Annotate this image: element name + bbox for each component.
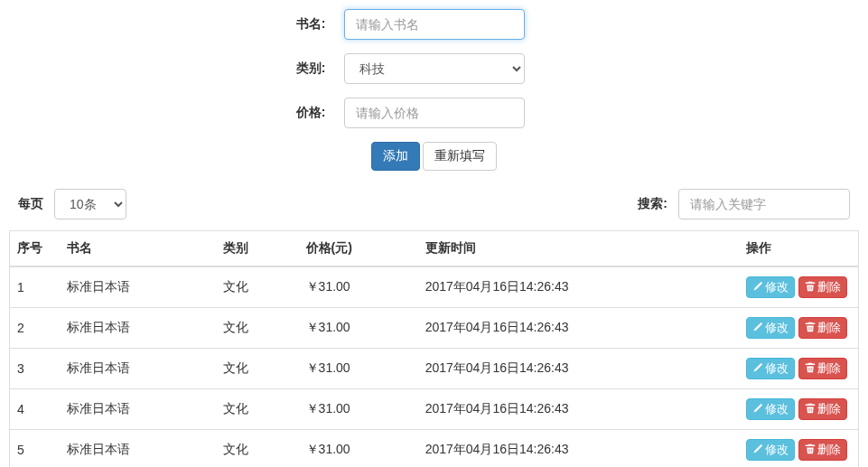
pencil-icon [752,322,763,332]
cell-price: ￥31.00 [299,430,418,468]
cell-updated: 2017年04月16日14:26:43 [418,389,740,430]
book-name-input[interactable] [344,9,525,40]
table-row: 5标准日本语文化￥31.002017年04月16日14:26:43修改删除 [10,430,859,468]
th-updated: 更新时间 [418,231,740,267]
trash-icon [805,281,816,292]
delete-label: 删除 [817,361,841,375]
th-seq: 序号 [10,231,61,267]
trash-icon [805,444,816,454]
price-label: 价格: [163,105,344,121]
cell-seq: 2 [10,308,61,349]
reset-button[interactable]: 重新填写 [423,142,497,171]
delete-button[interactable]: 删除 [798,317,847,339]
delete-button[interactable]: 删除 [798,358,847,379]
table-row: 2标准日本语文化￥31.002017年04月16日14:26:43修改删除 [10,308,859,349]
cell-category: 文化 [216,308,298,349]
trash-icon [805,403,816,414]
cell-updated: 2017年04月16日14:26:43 [418,266,740,308]
trash-icon [805,322,816,332]
cell-category: 文化 [216,266,298,308]
cell-category: 文化 [216,349,298,389]
pencil-icon [752,281,763,292]
table-row: 1标准日本语文化￥31.002017年04月16日14:26:43修改删除 [10,266,859,308]
pencil-icon [752,444,763,454]
delete-button[interactable]: 删除 [798,398,847,420]
books-table: 序号 书名 类别 价格(元) 更新时间 操作 1标准日本语文化￥31.00201… [9,230,859,467]
cell-seq: 5 [10,430,61,468]
cell-price: ￥31.00 [299,389,418,430]
per-page-label: 每页 [18,196,43,212]
delete-label: 删除 [817,321,841,334]
edit-button[interactable]: 修改 [746,358,795,379]
table-toolbar: 每页 10条 搜索: [9,189,859,219]
category-select[interactable]: 科技 [344,53,525,84]
cell-seq: 4 [10,389,61,430]
th-ops: 操作 [739,231,858,267]
pencil-icon [752,403,763,414]
cell-price: ￥31.00 [299,349,418,389]
add-book-form: 书名: 类别: 科技 价格: 添加 重新填写 [163,9,705,171]
cell-price: ￥31.00 [299,308,418,349]
edit-button[interactable]: 修改 [746,398,795,420]
delete-button[interactable]: 删除 [798,276,847,298]
cell-updated: 2017年04月16日14:26:43 [418,430,740,468]
cell-name: 标准日本语 [60,308,216,349]
cell-category: 文化 [216,389,298,430]
name-label: 书名: [163,16,344,33]
th-price: 价格(元) [299,231,418,267]
cell-ops: 修改删除 [739,430,858,468]
delete-label: 删除 [817,443,841,456]
cell-name: 标准日本语 [60,389,216,430]
cell-price: ￥31.00 [299,266,418,308]
table-row: 4标准日本语文化￥31.002017年04月16日14:26:43修改删除 [10,389,859,430]
th-name: 书名 [60,231,216,267]
cell-seq: 1 [10,266,61,308]
search-label: 搜索: [638,196,667,212]
cell-category: 文化 [216,430,298,468]
category-label: 类别: [163,61,344,77]
cell-updated: 2017年04月16日14:26:43 [418,308,740,349]
edit-label: 修改 [765,443,789,456]
edit-button[interactable]: 修改 [746,276,795,298]
cell-name: 标准日本语 [60,430,216,468]
cell-ops: 修改删除 [739,389,858,430]
edit-label: 修改 [765,321,789,334]
edit-label: 修改 [765,280,789,294]
cell-seq: 3 [10,349,61,389]
price-input[interactable] [344,98,525,128]
cell-name: 标准日本语 [60,266,216,308]
pencil-icon [752,362,763,373]
edit-button[interactable]: 修改 [746,439,795,461]
cell-updated: 2017年04月16日14:26:43 [418,349,740,389]
delete-label: 删除 [817,402,841,416]
search-input[interactable] [678,189,850,219]
th-category: 类别 [216,231,298,267]
per-page-select[interactable]: 10条 [54,189,126,219]
edit-button[interactable]: 修改 [746,317,795,339]
cell-name: 标准日本语 [60,349,216,389]
edit-label: 修改 [765,402,789,416]
cell-ops: 修改删除 [739,266,858,308]
cell-ops: 修改删除 [739,349,858,389]
delete-button[interactable]: 删除 [798,439,847,461]
trash-icon [805,362,816,373]
table-row: 3标准日本语文化￥31.002017年04月16日14:26:43修改删除 [10,349,859,389]
cell-ops: 修改删除 [739,308,858,349]
add-button[interactable]: 添加 [371,142,420,171]
delete-label: 删除 [817,280,841,294]
edit-label: 修改 [765,361,789,375]
